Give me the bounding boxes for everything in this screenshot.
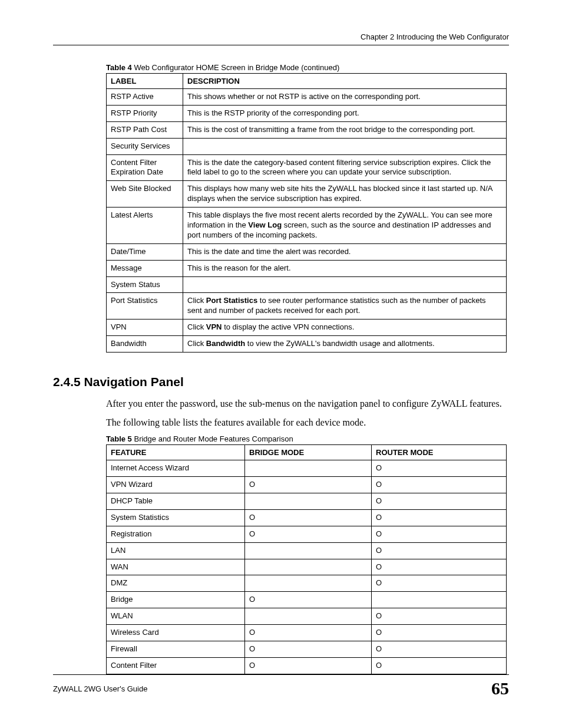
table4-label-cell: RSTP Active [107,89,183,106]
table5-cell-feature: DMZ [107,575,245,592]
table4-desc-cell: This is the RSTP priority of the corresp… [183,105,507,121]
table5-cell-router [372,592,507,608]
table-row: RSTP ActiveThis shows whether or not RST… [107,89,507,106]
table4-label-cell: RSTP Priority [107,105,183,121]
table5-cell-bridge [245,460,372,477]
body-paragraph-1: After you enter the password, use the su… [106,397,509,410]
table4-desc-cell: This displays how many web site hits the… [183,181,507,207]
table-row: VPNClick VPN to display the active VPN c… [107,319,507,336]
table4-label-cell: VPN [107,319,183,336]
table4-label-cell: Content Filter Expiration Date [107,154,183,181]
table5-cell-router: O [372,625,507,641]
table4-label-cell: Bandwidth [107,336,183,353]
table4-label-cell: Security Services [107,138,183,154]
table5-header-feature: FEATURE [107,445,245,460]
table5-cell-feature: Bridge [107,592,245,608]
table-row: LANO [107,542,507,559]
table-row: Date/TimeThis is the date and time the a… [107,243,507,260]
table4-desc-cell: Click VPN to display the active VPN conn… [183,319,507,336]
table5-header-router: ROUTER MODE [372,445,507,460]
table-row: BandwidthClick Bandwidth to view the ZyW… [107,336,507,353]
table5-cell-router: O [372,559,507,575]
table5-cell-router: O [372,509,507,526]
table5-cell-router: O [372,608,507,625]
table4-desc-cell: Click Bandwidth to view the ZyWALL's ban… [183,336,507,353]
table5-cell-feature: WAN [107,559,245,575]
table4-label-cell: System Status [107,276,183,293]
table4-header-description: DESCRIPTION [183,74,507,89]
table4-desc-cell: This table displays the five most recent… [183,207,507,244]
section-title: 2.4.5 Navigation Panel [53,375,509,389]
table-row: WANO [107,559,507,575]
table4-desc-cell: This is the reason for the alert. [183,260,507,276]
table-row: System StatisticsOO [107,509,507,526]
table-row: Web Site BlockedThis displays how many w… [107,181,507,207]
table5-cell-bridge: O [245,592,372,608]
page-number: 65 [491,678,509,699]
table-row: RSTP Path CostThis is the cost of transm… [107,121,507,138]
table4-label-cell: Message [107,260,183,276]
table5-cell-bridge: O [245,641,372,658]
body-paragraph-2: The following table lists the features a… [106,416,509,429]
table5-cell-router: O [372,575,507,592]
table-row: Wireless CardOO [107,625,507,641]
table5-cell-bridge: O [245,509,372,526]
table4-label-cell: Latest Alerts [107,207,183,244]
table5-cell-feature: WLAN [107,608,245,625]
table-row: FirewallOO [107,641,507,658]
table5-cell-router: O [372,542,507,559]
table4-desc-cell [183,276,507,293]
table-row: Security Services [107,138,507,154]
table-row: RSTP PriorityThis is the RSTP priority o… [107,105,507,121]
table5-cell-router: O [372,526,507,542]
table-row: Content Filter Expiration DateThis is th… [107,154,507,181]
table4-desc-cell [183,138,507,154]
table5-cell-feature: Registration [107,526,245,542]
table4-desc-cell: This is the date and time the alert was … [183,243,507,260]
table-row: VPN WizardOO [107,477,507,493]
table-row: Content FilterOO [107,657,507,674]
table-row: WLANO [107,608,507,625]
table4-label-cell: Date/Time [107,243,183,260]
table4: LABEL DESCRIPTION RSTP ActiveThis shows … [106,73,507,353]
table5-cell-router: O [372,493,507,510]
table5-cell-bridge [245,493,372,510]
table5-cell-router: O [372,641,507,658]
table4-desc-cell: This shows whether or not RSTP is active… [183,89,507,106]
table5-cell-router: O [372,477,507,493]
table5-cell-bridge: O [245,526,372,542]
table-row: System Status [107,276,507,293]
table5-cell-feature: VPN Wizard [107,477,245,493]
table-row: DHCP TableO [107,493,507,510]
table4-label-cell: Port Statistics [107,293,183,319]
table4-caption: Table 4 Web Configurator HOME Screen in … [106,63,509,72]
table4-desc-cell: Click Port Statistics to see router perf… [183,293,507,319]
table5-header-bridge: BRIDGE MODE [245,445,372,460]
table5-cell-feature: System Statistics [107,509,245,526]
table4-desc-cell: This is the cost of transmitting a frame… [183,121,507,138]
table5-cell-bridge: O [245,477,372,493]
table4-desc-cell: This is the date the category-based cont… [183,154,507,181]
table5-cell-router: O [372,460,507,477]
table-row: Port StatisticsClick Port Statistics to … [107,293,507,319]
table4-header-label: LABEL [107,74,183,89]
table5-cell-feature: Content Filter [107,657,245,674]
table-row: DMZO [107,575,507,592]
table5-cell-bridge [245,559,372,575]
table5-cell-bridge: O [245,625,372,641]
table5-cell-feature: Wireless Card [107,625,245,641]
footer-guide-name: ZyWALL 2WG User's Guide [53,684,147,693]
table4-label-cell: RSTP Path Cost [107,121,183,138]
page-footer: ZyWALL 2WG User's Guide 65 [53,674,509,699]
chapter-header: Chapter 2 Introducing the Web Configurat… [53,32,509,45]
table5-cell-feature: Internet Access Wizard [107,460,245,477]
table5-cell-bridge [245,542,372,559]
table-row: MessageThis is the reason for the alert. [107,260,507,276]
table5-cell-feature: LAN [107,542,245,559]
table5-cell-bridge: O [245,657,372,674]
table5-cell-router: O [372,657,507,674]
table-row: BridgeO [107,592,507,608]
table4-label-cell: Web Site Blocked [107,181,183,207]
table5-cell-feature: DHCP Table [107,493,245,510]
table-row: RegistrationOO [107,526,507,542]
